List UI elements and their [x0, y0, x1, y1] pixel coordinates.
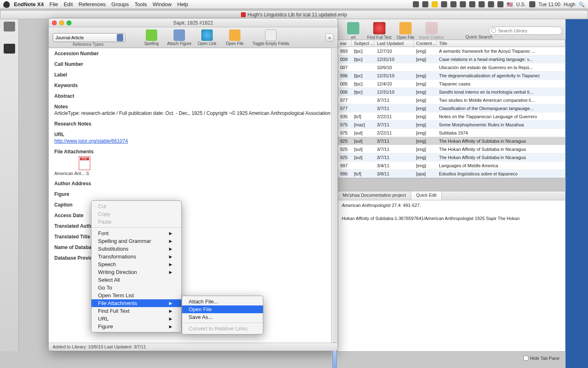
menubar-user[interactable]: Hugh [564, 2, 575, 7]
warning-icon[interactable] [432, 1, 438, 7]
table-row[interactable]: 975[sut]2/22/11[eng]Subtiaba 1974 [338, 129, 565, 137]
table-row[interactable]: 9773/7/11[eng]Two studies in Middle Amer… [338, 96, 565, 104]
tab-quick-edit[interactable]: Quick Edit [411, 191, 442, 200]
menu-window[interactable]: Window [153, 1, 172, 7]
printer-icon[interactable] [4, 22, 15, 31]
table-row[interactable]: 00710/9/10Ubicación del estado de Guerre… [338, 63, 565, 72]
search-input[interactable] [489, 27, 562, 35]
attach-figure-button[interactable]: Attach Figure [167, 29, 192, 46]
spotlight-icon[interactable]: 🔍 [579, 2, 585, 7]
ctx-substitutions[interactable]: Substitutions▶ [91, 245, 181, 253]
sync-icon[interactable] [450, 1, 457, 7]
ctx-file-attachments[interactable]: File Attachments▶ [91, 299, 181, 307]
menu-tools[interactable]: Tools [134, 1, 147, 7]
ctx-spelling-grammar[interactable]: Spelling and Grammar▶ [91, 237, 181, 245]
menubar-clock[interactable]: Tue 11:00 [539, 2, 561, 7]
field-call-number: Call Number [54, 61, 332, 67]
col-year[interactable]: ear [338, 40, 352, 47]
field-file-attachments: File Attachments [54, 149, 332, 155]
field-label: Label [54, 72, 332, 78]
context-menu: Cut Copy Paste Font▶ Spelling and Gramma… [91, 200, 182, 332]
clipboard-icon[interactable] [4, 44, 15, 54]
menu-edit[interactable]: Edit [64, 1, 73, 7]
open-link-button[interactable]: Open Link [195, 29, 219, 46]
hide-tab-pane[interactable]: Hide Tab Pane [523, 356, 559, 361]
find-full-text-button[interactable]: Find Full Text [367, 22, 392, 40]
sort-button[interactable]: ort [341, 22, 366, 40]
record-open-file-button[interactable]: Open File [223, 29, 247, 46]
menu-groups[interactable]: Groups [111, 1, 129, 7]
ctx-url[interactable]: URL▶ [91, 315, 181, 323]
left-background-window [0, 19, 19, 351]
col-content[interactable]: Content... [414, 40, 437, 47]
table-row[interactable]: 996[tpc]12/31/10[eng]The degrammaticaliz… [338, 72, 565, 80]
menu-file[interactable]: File [49, 1, 58, 7]
reference-types-label: Reference Types [73, 42, 103, 47]
dropbox-icon[interactable] [422, 1, 428, 7]
keyboard-icon[interactable] [488, 1, 494, 7]
table-row[interactable]: 993[tpc]12/7/10[eng]A semantic framework… [338, 47, 565, 55]
sub-attach-file[interactable]: Attach File... [182, 298, 263, 305]
field-figure: Figure [54, 191, 332, 197]
search-library-field[interactable] [489, 27, 562, 35]
bluetooth-icon[interactable] [497, 1, 503, 7]
notes-value[interactable]: ArticleType: research-article / Full pub… [54, 110, 332, 116]
reference-type-select[interactable]: Journal Article [53, 33, 125, 42]
display-icon[interactable] [460, 1, 466, 7]
ctx-speech[interactable]: Speech▶ [91, 260, 181, 268]
library-toolbar: ort Find Full Text Open File Insert Cita… [337, 19, 566, 43]
record-title: Sapir, 1925 #1622 [49, 20, 338, 26]
table-row[interactable]: 975[maz]3/7/11[eng]Some Morphophonemic R… [338, 121, 565, 129]
table-row[interactable]: 935[tcf]2/22/11[eng]Notes on the Tlappan… [338, 112, 565, 121]
pdf-attachment-icon[interactable] [79, 156, 90, 170]
app-name[interactable]: EndNote X4 [14, 1, 44, 7]
col-last-updated[interactable]: Last Updated [374, 40, 414, 47]
col-subject[interactable]: Subject ... [352, 40, 374, 47]
references-table: ear Subject ... Last Updated Content... … [337, 40, 566, 178]
table-row[interactable]: 925[sut]3/7/11[eng]The Hokan Affinity of… [338, 137, 565, 145]
tab-project[interactable]: Me'phaa Documentation project [338, 191, 411, 200]
open-file-button[interactable]: Open File [393, 22, 418, 40]
clock-icon[interactable] [441, 1, 447, 7]
apple-menu-icon[interactable] [3, 1, 10, 8]
table-row[interactable]: 9773/7/11[eng]Classification of the Otom… [338, 104, 565, 112]
ctx-select-all[interactable]: Select All [91, 276, 181, 284]
menu-extra-icon[interactable] [413, 1, 419, 7]
table-row[interactable]: 995[tcf]3/8/11[spa]Estudios lingüísticos… [338, 170, 565, 178]
menu-references[interactable]: References [78, 1, 105, 7]
table-row[interactable]: 006[tpc]12/31/10[eng]Sandhi tonal intern… [338, 88, 565, 96]
ctx-open-term-list[interactable]: Open Term List [91, 292, 181, 299]
ctx-find-full-text[interactable]: Find Full Text▶ [91, 307, 181, 315]
spelling-button[interactable]: Spelling [139, 29, 164, 46]
table-row[interactable]: 925[sut]3/7/11[eng]The Hokan Affinity of… [338, 145, 565, 153]
menu-help[interactable]: Help [177, 1, 188, 7]
hide-tab-checkbox[interactable] [523, 356, 528, 361]
url-link[interactable]: http://www.jstor.org/stable/661074 [54, 138, 128, 144]
record-scrollbar[interactable] [331, 48, 338, 343]
ctx-figure[interactable]: Figure▶ [91, 323, 181, 330]
volume-icon[interactable] [479, 1, 485, 7]
table-row[interactable]: 005[tpc]12/4/10[eng]Tlapanec cases [338, 80, 565, 88]
preview-path: Hokan Affinity of Subtiaba-1-3678597641/… [342, 216, 561, 221]
col-title[interactable]: Title [437, 40, 565, 47]
toolbar-overflow-button[interactable]: » [325, 34, 334, 42]
ctx-writing-direction[interactable]: Writing Direction▶ [91, 268, 181, 276]
battery-icon[interactable] [529, 1, 535, 7]
table-row[interactable]: 9973/4/11[eng]Languages of Middle Americ… [338, 162, 565, 170]
ctx-transformations[interactable]: Transformations▶ [91, 253, 181, 260]
insert-citation-button[interactable]: Insert Citation [419, 22, 444, 40]
ctx-copy: Copy [91, 210, 181, 218]
wifi-icon[interactable] [469, 1, 475, 7]
endnote-doc-icon [241, 12, 246, 17]
table-row[interactable]: 008[tpc]12/31/10[eng]Case relations in a… [338, 55, 565, 63]
ctx-go-to[interactable]: Go To [91, 284, 181, 292]
pdf-attachment-name[interactable]: American Ant... S [54, 171, 332, 176]
table-row[interactable]: 925[sut]3/7/11[eng]The Hokan Affinity of… [338, 153, 565, 162]
sub-open-file[interactable]: Open File [182, 305, 263, 313]
toggle-empty-fields-button[interactable]: Toggle Empty Fields [250, 29, 291, 46]
menubar: EndNote X4 File Edit References Groups T… [0, 0, 588, 9]
ctx-font[interactable]: Font▶ [91, 229, 181, 237]
input-source[interactable]: U.S. [516, 2, 526, 7]
field-research-notes: Research Notes [54, 121, 332, 127]
sub-save-as[interactable]: Save As... [182, 313, 263, 321]
